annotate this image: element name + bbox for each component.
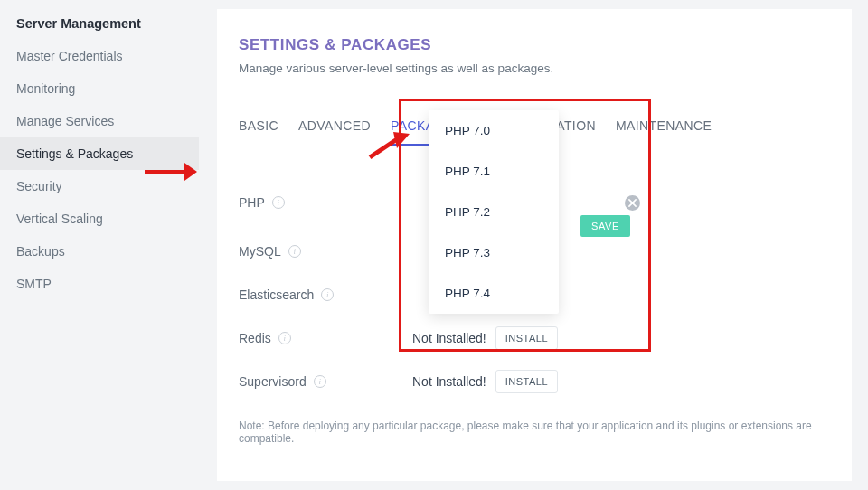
- dropdown-option-php74[interactable]: PHP 7.4: [429, 273, 559, 314]
- save-button[interactable]: SAVE: [580, 215, 630, 237]
- sidebar-item-backups[interactable]: Backups: [0, 235, 199, 268]
- info-icon[interactable]: i: [321, 288, 334, 301]
- info-icon[interactable]: i: [278, 332, 291, 344]
- sidebar-item-monitoring[interactable]: Monitoring: [0, 72, 199, 105]
- dropdown-option-php73[interactable]: PHP 7.3: [429, 232, 559, 273]
- sidebar-item-vertical-scaling[interactable]: Vertical Scaling: [0, 203, 199, 235]
- php-version-dropdown: PHP 7.0 PHP 7.1 PHP 7.2 PHP 7.3 PHP 7.4: [429, 110, 559, 314]
- install-button-supervisord[interactable]: INSTALL: [495, 370, 558, 393]
- redis-status: Not Installed!: [412, 331, 486, 345]
- elasticsearch-label: Elasticsearch: [239, 287, 314, 302]
- tab-advanced[interactable]: ADVANCED: [298, 118, 371, 146]
- footer-note: Note: Before deploying any particular pa…: [239, 419, 834, 445]
- page-title: SETTINGS & PACKAGES: [239, 36, 834, 54]
- package-row-redis: Redis i Not Installed! INSTALL: [239, 316, 834, 360]
- sidebar-item-smtp[interactable]: SMTP: [0, 268, 199, 300]
- php-label: PHP: [239, 195, 265, 210]
- tab-basic[interactable]: BASIC: [239, 118, 278, 146]
- supervisord-status: Not Installed!: [412, 374, 486, 389]
- page-subtitle: Manage various server-level settings as …: [239, 61, 834, 75]
- sidebar-title: Server Management: [0, 16, 199, 40]
- dropdown-option-php71[interactable]: PHP 7.1: [429, 151, 559, 192]
- clear-icon[interactable]: [625, 195, 640, 211]
- info-icon[interactable]: i: [314, 375, 326, 388]
- info-icon[interactable]: i: [272, 196, 285, 209]
- tab-optimization[interactable]: ATION: [556, 118, 596, 146]
- sidebar: Server Management Master Credentials Mon…: [0, 0, 199, 490]
- mysql-label: MySQL: [239, 244, 281, 259]
- sidebar-list: Master Credentials Monitoring Manage Ser…: [0, 40, 199, 300]
- supervisord-label: Supervisord: [239, 374, 307, 389]
- install-button-redis[interactable]: INSTALL: [495, 326, 558, 350]
- tab-maintenance[interactable]: MAINTENANCE: [616, 118, 712, 146]
- sidebar-item-master-credentials[interactable]: Master Credentials: [0, 40, 199, 72]
- dropdown-option-php70[interactable]: PHP 7.0: [429, 110, 559, 151]
- sidebar-item-security[interactable]: Security: [0, 170, 199, 203]
- package-row-supervisord: Supervisord i Not Installed! INSTALL: [239, 360, 834, 403]
- info-icon[interactable]: i: [288, 245, 301, 258]
- sidebar-item-settings-packages[interactable]: Settings & Packages: [0, 137, 199, 170]
- sidebar-item-manage-services[interactable]: Manage Services: [0, 105, 199, 137]
- dropdown-option-php72[interactable]: PHP 7.2: [429, 192, 559, 232]
- redis-label: Redis: [239, 331, 271, 345]
